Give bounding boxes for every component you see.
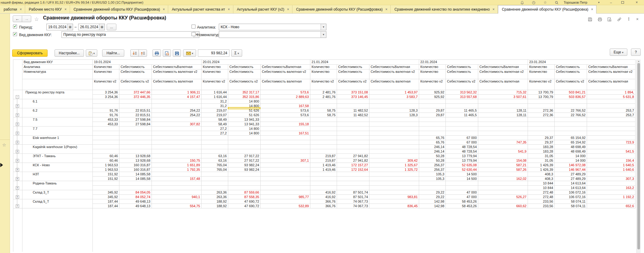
value-cell[interactable] <box>419 122 446 126</box>
expander-plus-icon[interactable]: + <box>16 113 19 117</box>
expander-minus-icon[interactable]: − <box>16 95 19 99</box>
value-cell[interactable] <box>228 177 261 181</box>
value-cell[interactable] <box>202 140 228 145</box>
value-cell[interactable]: 13 941,33 <box>228 117 261 122</box>
value-cell[interactable]: 1 426,39 <box>528 167 555 172</box>
value-cell[interactable]: 1 894, <box>587 90 636 95</box>
value-cell[interactable]: 142,98 <box>419 204 446 208</box>
value-cell[interactable]: 313 557,68 <box>446 95 478 99</box>
value-cell[interactable]: 256,37 <box>419 167 446 172</box>
value-cell[interactable]: 14 500 <box>446 172 478 177</box>
value-cell[interactable]: 188,92 <box>202 199 228 204</box>
value-cell[interactable]: 307,3 <box>587 177 636 181</box>
value-cell[interactable]: 183,28 <box>528 149 555 154</box>
value-cell[interactable] <box>555 99 587 104</box>
value-cell[interactable] <box>261 163 310 167</box>
value-cell[interactable]: 2 889,63 <box>261 95 310 99</box>
value-cell[interactable]: 31,05 <box>528 154 555 158</box>
generate-button[interactable]: Сформировать <box>12 49 48 57</box>
row-label[interactable]: 6.2 <box>22 108 93 117</box>
tab-close-icon[interactable]: × <box>163 7 165 12</box>
value-cell[interactable]: 219,07 <box>202 108 228 113</box>
favorites-star-icon[interactable]: ☆ <box>542 0 549 5</box>
value-cell[interactable] <box>528 99 555 104</box>
tab-close-icon[interactable]: × <box>65 7 67 12</box>
value-cell[interactable]: 573,6 <box>261 113 310 117</box>
value-cell[interactable]: 2 481,76 <box>310 95 337 99</box>
value-cell[interactable]: 48 728,54 <box>446 145 478 149</box>
value-cell[interactable] <box>478 186 528 190</box>
value-cell[interactable]: 91,76 <box>93 113 119 117</box>
value-cell[interactable] <box>528 122 555 126</box>
value-cell[interactable] <box>202 177 228 181</box>
value-cell[interactable]: 29,22 <box>419 195 446 199</box>
value-cell[interactable]: 219,87 <box>310 158 337 163</box>
value-cell[interactable] <box>337 145 369 149</box>
value-cell[interactable]: 352 317,17 <box>228 90 261 95</box>
value-cell[interactable]: 14 000 <box>555 154 587 158</box>
value-cell[interactable]: 13 928,68 <box>119 158 152 163</box>
value-cell[interactable]: 183,28 <box>528 145 555 149</box>
value-cell[interactable]: 155,18 <box>261 122 310 126</box>
value-cell[interactable]: 13 779,94 <box>446 158 478 163</box>
value-cell[interactable]: 13 928,68 <box>119 154 152 158</box>
value-cell[interactable] <box>310 117 337 122</box>
value-cell[interactable] <box>261 149 310 154</box>
value-cell[interactable]: 1 325,72 <box>369 167 419 172</box>
row-label[interactable]: Eisk warehouse 1 <box>22 136 93 145</box>
value-cell[interactable]: 219,07 <box>202 113 228 117</box>
value-cell[interactable]: 22 815,51 <box>119 108 152 113</box>
value-cell[interactable]: 925,92 <box>419 90 446 95</box>
value-cell[interactable]: 146 972,08 <box>555 163 587 167</box>
value-cell[interactable] <box>261 136 310 140</box>
value-cell[interactable] <box>93 136 119 140</box>
value-cell[interactable]: 27,2 <box>202 126 228 131</box>
value-cell[interactable] <box>152 190 202 195</box>
value-cell[interactable]: 14 800 <box>228 99 261 104</box>
value-cell[interactable]: 233,56 <box>528 199 555 204</box>
value-cell[interactable]: 128,11 <box>478 108 528 113</box>
value-cell[interactable]: 13 700,79 <box>528 95 555 99</box>
value-cell[interactable]: 27 598,84 <box>119 122 152 126</box>
row-label[interactable]: Kagalnik warehouse 1(Popov) <box>22 145 93 154</box>
row-label[interactable]: Склад 3_Т <box>22 190 93 199</box>
value-cell[interactable]: 272,48 <box>528 195 555 199</box>
value-cell[interactable] <box>261 186 310 190</box>
expander-plus-icon[interactable]: + <box>16 204 19 208</box>
save-icon[interactable] <box>587 17 593 22</box>
value-cell[interactable]: 1 616,44 <box>202 90 228 95</box>
value-cell[interactable]: 765,04 <box>202 163 228 167</box>
value-cell[interactable]: 29,22 <box>419 190 446 195</box>
value-cell[interactable] <box>587 99 636 104</box>
value-cell[interactable] <box>369 172 419 177</box>
value-cell[interactable]: 58,49 <box>202 117 228 122</box>
value-cell[interactable] <box>369 181 419 186</box>
value-cell[interactable]: 22 766,52 <box>555 108 587 113</box>
value-cell[interactable] <box>528 104 555 108</box>
value-cell[interactable]: 1 453,97 <box>369 90 419 95</box>
value-cell[interactable] <box>310 177 337 181</box>
tab-close-icon[interactable]: × <box>385 7 387 12</box>
value-cell[interactable]: 254,22 <box>152 113 202 117</box>
expander-plus-icon[interactable]: + <box>16 168 19 171</box>
period-more-button[interactable]: ... <box>107 24 116 30</box>
value-cell[interactable] <box>119 104 152 108</box>
value-cell[interactable]: 233,56 <box>528 204 555 208</box>
value-cell[interactable]: 27 941,82 <box>337 154 369 158</box>
value-cell[interactable]: 652,6 <box>587 204 636 208</box>
value-cell[interactable] <box>119 149 152 154</box>
value-cell[interactable] <box>337 136 369 140</box>
value-cell[interactable]: 765,04 <box>202 167 228 172</box>
value-cell[interactable] <box>228 140 261 145</box>
value-cell[interactable] <box>478 117 528 122</box>
value-cell[interactable]: 10 844 <box>528 181 555 186</box>
value-cell[interactable]: 187,44 <box>93 204 119 208</box>
value-cell[interactable]: 503 841,21 <box>555 90 587 95</box>
value-cell[interactable]: 1 419,46 <box>310 167 337 172</box>
calendar-icon[interactable]: ▦ <box>99 24 105 30</box>
value-cell[interactable]: 27 917,22 <box>228 154 261 158</box>
value-cell[interactable]: 13 779,94 <box>446 154 478 158</box>
value-cell[interactable] <box>310 126 337 131</box>
value-cell[interactable] <box>93 145 119 149</box>
value-cell[interactable]: 345,92 <box>93 190 119 195</box>
